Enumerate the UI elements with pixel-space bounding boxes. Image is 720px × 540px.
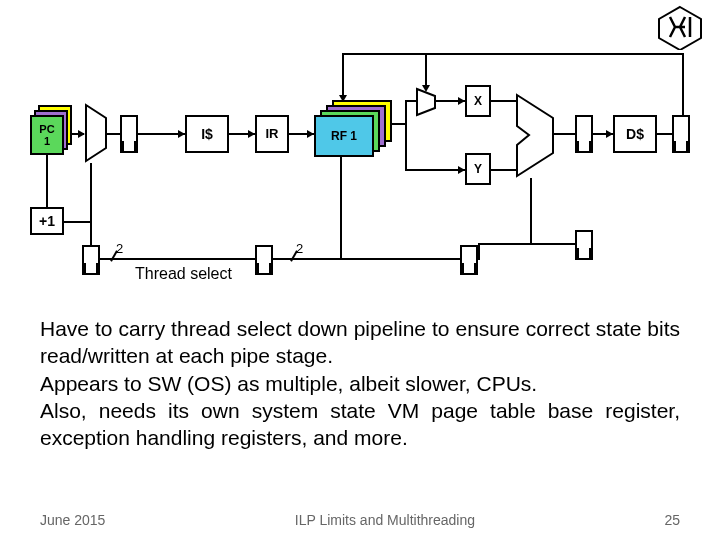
wire xyxy=(657,133,672,135)
arrow xyxy=(307,130,314,138)
icache-box: I$ xyxy=(185,115,229,153)
plus1-box: +1 xyxy=(30,207,64,235)
x-latch: X xyxy=(465,85,491,117)
footer-title: ILP Limits and Multithreading xyxy=(295,512,475,528)
arrow xyxy=(422,85,430,92)
arrow xyxy=(606,130,613,138)
icache-label: I$ xyxy=(201,126,213,142)
pc-mux xyxy=(84,103,108,163)
ts-latch-4 xyxy=(575,230,593,260)
wire xyxy=(682,53,684,117)
wire xyxy=(491,100,516,102)
arrow xyxy=(458,97,465,105)
wire xyxy=(100,258,255,260)
y-latch: Y xyxy=(465,153,491,185)
arrow xyxy=(78,130,85,138)
latch-alu xyxy=(575,115,593,153)
slide-footer: June 2015 ILP Limits and Multithreading … xyxy=(40,512,680,528)
footer-page: 25 xyxy=(664,512,680,528)
wire xyxy=(425,53,427,89)
paragraph-3: Also, needs its own system state VM page… xyxy=(40,397,680,452)
alu xyxy=(515,93,555,178)
wire xyxy=(342,53,344,100)
latch-1 xyxy=(120,115,138,153)
ir-box: IR xyxy=(255,115,289,153)
pc-label: PC xyxy=(39,123,54,135)
footer-date: June 2015 xyxy=(40,512,105,528)
dcache-box: D$ xyxy=(613,115,657,153)
body-text: Have to carry thread select down pipelin… xyxy=(40,315,680,451)
ts-latch-2 xyxy=(255,245,273,275)
wire xyxy=(425,53,684,55)
wire xyxy=(405,169,465,171)
wire xyxy=(405,100,417,102)
arrow xyxy=(178,130,185,138)
svg-marker-3 xyxy=(517,95,553,176)
wire xyxy=(478,243,575,245)
pipeline-diagram: PC1 I$ IR RF 1 X Y D$ +1 2 2 Thread sele… xyxy=(30,45,690,290)
wire xyxy=(273,258,460,260)
rf-label: RF 1 xyxy=(331,129,357,143)
pc-box-1: PC1 xyxy=(30,115,64,155)
arrow xyxy=(248,130,255,138)
bus-width-1: 2 xyxy=(116,241,123,256)
latch-wb xyxy=(672,115,690,153)
wire xyxy=(342,53,427,55)
rf-box-1: RF 1 xyxy=(314,115,374,157)
x-label: X xyxy=(474,94,482,108)
y-label: Y xyxy=(474,162,482,176)
pc-sub: 1 xyxy=(44,135,50,147)
ts-latch-3 xyxy=(460,245,478,275)
dcache-label: D$ xyxy=(626,126,644,142)
bus-width-2: 2 xyxy=(296,241,303,256)
wire xyxy=(553,133,575,135)
wire xyxy=(64,221,90,223)
thread-select-label: Thread select xyxy=(135,265,232,283)
svg-marker-2 xyxy=(417,89,435,115)
ts-latch-1 xyxy=(82,245,100,275)
wire xyxy=(478,243,480,260)
wire xyxy=(340,157,342,260)
ir-label: IR xyxy=(266,126,279,141)
wire xyxy=(530,243,531,245)
svg-marker-1 xyxy=(86,105,106,161)
wire xyxy=(405,100,407,170)
plus1-label: +1 xyxy=(39,213,55,229)
wire xyxy=(90,163,92,245)
wire xyxy=(46,155,48,207)
wire xyxy=(106,133,120,135)
wire xyxy=(530,178,532,245)
wire xyxy=(491,169,516,171)
institution-logo xyxy=(655,5,705,50)
arrow xyxy=(458,166,465,174)
paragraph-2: Appears to SW (OS) as multiple, albeit s… xyxy=(40,370,680,397)
paragraph-1: Have to carry thread select down pipelin… xyxy=(40,315,680,370)
